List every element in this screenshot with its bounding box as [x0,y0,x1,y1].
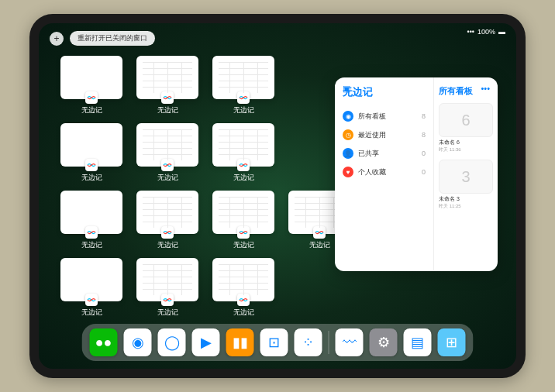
category-icon: ◉ [343,111,353,122]
thumbnail-preview [60,56,122,99]
freeform-app-icon [161,159,174,171]
category-count: 8 [422,112,426,120]
dock-app-books[interactable]: ▮▮ [226,328,254,356]
thumbnail-preview [136,56,198,99]
thumbnail-preview [136,258,198,301]
window-thumbnail[interactable]: 无边记 [212,258,274,318]
category-row[interactable]: ♥个人收藏0 [343,163,426,181]
board-item[interactable]: 6未命名 6昨天 11:36 [439,103,493,153]
category-label: 个人收藏 [358,167,386,177]
dock-app-app2[interactable]: ⁘ [295,328,322,356]
thumbnail-preview [212,258,274,301]
window-thumbnail[interactable]: 无边记 [136,258,198,318]
freeform-app-icon [313,226,326,239]
freeform-app-icon [237,159,250,171]
window-thumbnail[interactable]: 无边记 [136,191,198,250]
dock-app-settings[interactable]: ⚙ [370,328,398,356]
window-label: 无边记 [81,240,102,250]
window-label: 无边记 [157,105,178,115]
window-label: 无边记 [157,308,178,318]
top-bar: + 重新打开已关闭的窗口 [50,31,155,46]
board-name: 未命名 3 [439,195,493,203]
freeform-app-icon [85,294,98,306]
freeform-app-icon [85,159,98,171]
category-label: 已共享 [358,149,379,159]
window-thumbnail[interactable]: 无边记 [136,123,198,183]
window-thumbnail[interactable]: 无边记 [60,56,122,115]
freeform-app-icon [85,226,98,239]
thumbnail-preview [60,258,122,301]
signal-icon: ••• [467,28,474,36]
window-thumbnail[interactable]: 无边记 [60,191,122,250]
freeform-app-icon [237,91,250,104]
dock-app-qq-browser[interactable]: ◯ [158,328,186,356]
sidebar-toggle-icon[interactable]: ▣ [343,84,350,94]
window-thumbnail[interactable]: 无边记 [212,191,274,250]
board-thumb: 6 [439,103,493,137]
category-row[interactable]: 👤已共享0 [343,144,426,163]
category-icon: 👤 [343,148,353,159]
window-label: 无边记 [157,240,178,250]
category-row[interactable]: ◉所有看板8 [343,107,426,126]
dock-app-youku[interactable]: ▶ [192,328,220,356]
board-date: 昨天 11:25 [439,203,493,210]
board-name: 未命名 6 [439,139,493,146]
category-count: 0 [422,150,426,157]
thumbnail-preview [212,191,274,234]
freeform-app-icon [85,91,98,104]
window-label: 无边记 [233,173,254,183]
category-row[interactable]: ◷最近使用8 [343,126,426,144]
board-thumb: 3 [439,160,493,194]
thumbnail-preview [60,191,122,234]
window-thumbnail[interactable]: 无边记 [212,56,274,115]
category-icon: ♥ [343,167,353,177]
dock-app-freeform[interactable]: 〰 [336,328,364,356]
category-label: 所有看板 [358,112,386,122]
panel-content: 所有看板 6未命名 6昨天 11:363未命名 3昨天 11:25 [434,77,498,271]
status-bar: ••• 100% ▬ [467,28,505,36]
battery-text: 100% [477,28,495,36]
window-label: 无边记 [309,240,330,250]
dock-app-notes[interactable]: ▤ [404,328,432,356]
window-label: 无边记 [157,173,178,183]
thumbnail-preview [60,123,122,167]
window-label: 无边记 [233,105,254,115]
board-item[interactable]: 3未命名 3昨天 11:25 [439,160,493,210]
dock-app-folder[interactable]: ⊞ [438,328,466,356]
window-label: 无边记 [233,240,254,250]
new-window-button[interactable]: + [50,32,64,46]
window-label: 无边记 [233,308,254,318]
freeform-app-icon [161,226,174,239]
thumbnail-preview [136,191,198,234]
panel-title: 无边记 [343,85,426,99]
freeform-app-icon [161,91,174,104]
more-icon[interactable]: ••• [481,84,490,93]
dock-app-wechat[interactable]: ●● [90,328,118,356]
window-thumbnail[interactable]: 无边记 [212,123,274,183]
board-date: 昨天 11:36 [439,146,493,153]
battery-icon: ▬ [498,28,505,36]
dock: ●●◉◯▶▮▮⊡⁘〰⚙▤⊞ [82,324,474,361]
thumbnail-preview [136,123,198,167]
freeform-app-icon [237,226,250,239]
category-count: 0 [422,168,426,176]
window-label: 无边记 [81,308,102,318]
window-thumbnail[interactable]: 无边记 [60,123,122,183]
panel-sidebar: 无边记 ◉所有看板8◷最近使用8👤已共享0♥个人收藏0 [335,77,434,271]
window-label: 无边记 [81,173,102,183]
dock-separator [329,331,329,354]
dock-app-browser[interactable]: ◉ [124,328,152,356]
thumbnail-preview [212,123,274,167]
freeform-app-icon [237,294,250,306]
thumbnail-preview [212,56,274,99]
dock-app-app1[interactable]: ⊡ [260,328,288,356]
window-thumbnail[interactable]: 无边记 [60,258,122,318]
freeform-app-icon [161,294,174,306]
reopen-closed-window-button[interactable]: 重新打开已关闭的窗口 [70,31,155,46]
window-thumbnail[interactable]: 无边记 [136,56,198,115]
sidebar-panel: ▣ ••• 无边记 ◉所有看板8◷最近使用8👤已共享0♥个人收藏0 所有看板 6… [335,77,498,271]
app-switcher-grid: 无边记无边记无边记无边记无边记无边记无边记无边记无边记无边记无边记无边记无边记 [60,56,350,318]
category-count: 8 [422,131,426,139]
screen: ••• 100% ▬ + 重新打开已关闭的窗口 无边记无边记无边记无边记无边记无… [39,23,516,369]
ipad-device: ••• 100% ▬ + 重新打开已关闭的窗口 无边记无边记无边记无边记无边记无… [29,14,526,378]
